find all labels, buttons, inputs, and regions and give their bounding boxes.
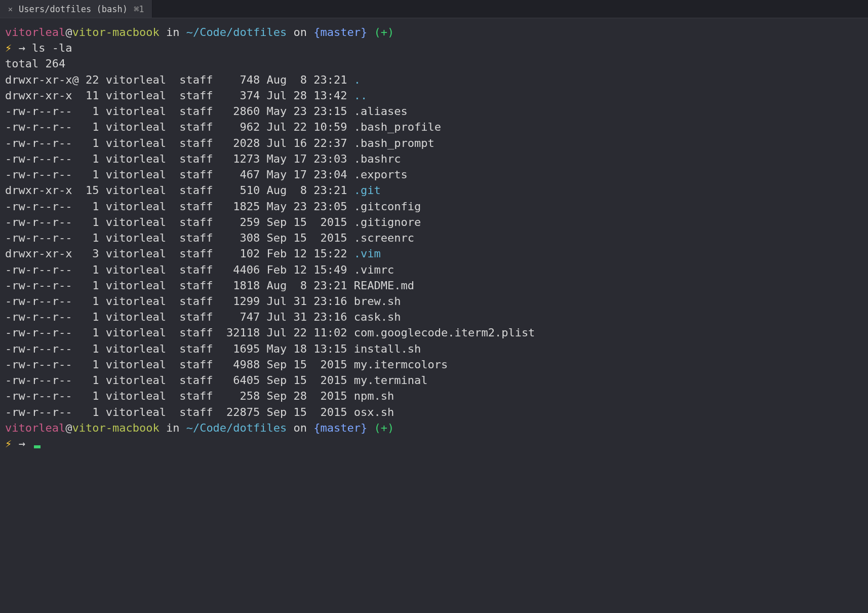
ls-row-name: osx.sh	[354, 406, 394, 418]
ls-row-meta: drwxr-xr-x@ 22 vitorleal staff 748 Aug 8…	[5, 73, 354, 86]
ls-row: drwxr-xr-x@ 22 vitorleal staff 748 Aug 8…	[5, 72, 863, 88]
ls-row-name: ..	[354, 89, 368, 102]
prompt-host: vitor-macbook	[72, 422, 159, 434]
ls-row: drwxr-xr-x 11 vitorleal staff 374 Jul 28…	[5, 88, 863, 103]
ls-row: -rw-r--r-- 1 vitorleal staff 1695 May 18…	[5, 341, 863, 357]
ls-row: -rw-r--r-- 1 vitorleal staff 962 Jul 22 …	[5, 119, 863, 135]
ls-row-meta: -rw-r--r-- 1 vitorleal staff 1825 May 23…	[5, 200, 354, 213]
ls-row: -rw-r--r-- 1 vitorleal staff 467 May 17 …	[5, 167, 863, 182]
ls-row: -rw-r--r-- 1 vitorleal staff 32118 Jul 2…	[5, 325, 863, 340]
ls-row-meta: -rw-r--r-- 1 vitorleal staff 467 May 17 …	[5, 168, 354, 181]
prompt-command: ls -la	[32, 42, 72, 54]
ls-row-name: .vimrc	[354, 263, 394, 276]
prompt-user: vitorleal	[5, 422, 65, 434]
ls-row-meta: -rw-r--r-- 1 vitorleal staff 32118 Jul 2…	[5, 326, 354, 339]
ls-row: drwxr-xr-x 15 vitorleal staff 510 Aug 8 …	[5, 182, 863, 198]
ls-row-meta: -rw-r--r-- 1 vitorleal staff 4988 Sep 15…	[5, 358, 354, 371]
ls-row: -rw-r--r-- 1 vitorleal staff 2860 May 23…	[5, 103, 863, 119]
ls-row-meta: drwxr-xr-x 3 vitorleal staff 102 Feb 12 …	[5, 247, 354, 260]
ls-row-name: .bash_prompt	[354, 137, 435, 149]
ls-row-meta: -rw-r--r-- 1 vitorleal staff 22875 Sep 1…	[5, 406, 354, 418]
ls-row: -rw-r--r-- 1 vitorleal staff 308 Sep 15 …	[5, 230, 863, 246]
ls-row-meta: -rw-r--r-- 1 vitorleal staff 1818 Aug 8 …	[5, 279, 354, 292]
ls-row-name: .aliases	[354, 105, 408, 118]
prompt-host: vitor-macbook	[72, 26, 159, 39]
ls-row-name: README.md	[354, 279, 414, 292]
prompt-branch: {master}	[313, 422, 367, 434]
ls-row-name: .bashrc	[354, 152, 401, 165]
prompt-path: ~/Code/dotfiles	[186, 26, 287, 39]
ls-row-name: com.googlecode.iterm2.plist	[354, 326, 535, 339]
cursor	[34, 445, 41, 448]
ls-row-name: cask.sh	[354, 311, 401, 323]
ls-row-name: my.terminal	[354, 374, 428, 387]
prompt-dirty: (+)	[374, 422, 394, 434]
ls-row: -rw-r--r-- 1 vitorleal staff 1825 May 23…	[5, 199, 863, 214]
ls-row: -rw-r--r-- 1 vitorleal staff 258 Sep 28 …	[5, 388, 863, 404]
ls-row-name: .gitconfig	[354, 200, 421, 213]
ls-row-meta: drwxr-xr-x 11 vitorleal staff 374 Jul 28…	[5, 89, 354, 102]
prompt-on: on	[287, 26, 313, 39]
ls-row-meta: -rw-r--r-- 1 vitorleal staff 6405 Sep 15…	[5, 374, 354, 387]
ls-row: -rw-r--r-- 1 vitorleal staff 22875 Sep 1…	[5, 404, 863, 420]
prompt-line-2: ⚡ → ls -la	[5, 40, 863, 56]
ls-row: -rw-r--r-- 1 vitorleal staff 259 Sep 15 …	[5, 214, 863, 230]
ls-row: -rw-r--r-- 1 vitorleal staff 4988 Sep 15…	[5, 357, 863, 372]
ls-row: -rw-r--r-- 1 vitorleal staff 4406 Feb 12…	[5, 262, 863, 278]
ls-row-meta: -rw-r--r-- 1 vitorleal staff 1273 May 17…	[5, 152, 354, 165]
prompt-user: vitorleal	[5, 26, 65, 39]
arrow-icon: →	[12, 42, 32, 54]
ls-row: -rw-r--r-- 1 vitorleal staff 1818 Aug 8 …	[5, 278, 863, 293]
prompt-line-1: vitorleal@vitor-macbook in ~/Code/dotfil…	[5, 24, 863, 40]
tab-label: Users/dotfiles (bash)	[19, 4, 128, 14]
ls-row-name: .	[354, 73, 361, 86]
ls-row-name: .gitignore	[354, 216, 421, 228]
prompt-at: @	[65, 26, 72, 39]
ls-row: -rw-r--r-- 1 vitorleal staff 747 Jul 31 …	[5, 309, 863, 325]
ls-row-meta: -rw-r--r-- 1 vitorleal staff 259 Sep 15 …	[5, 216, 354, 228]
terminal-area[interactable]: vitorleal@vitor-macbook in ~/Code/dotfil…	[0, 18, 868, 457]
ls-row: -rw-r--r-- 1 vitorleal staff 2028 Jul 16…	[5, 135, 863, 151]
ls-row-meta: -rw-r--r-- 1 vitorleal staff 1695 May 18…	[5, 342, 354, 355]
ls-row-name: install.sh	[354, 342, 421, 355]
ls-row-meta: -rw-r--r-- 1 vitorleal staff 4406 Feb 12…	[5, 263, 354, 276]
prompt-in: in	[160, 26, 186, 39]
ls-row-name: .vim	[354, 247, 381, 260]
ls-row-meta: -rw-r--r-- 1 vitorleal staff 1299 Jul 31…	[5, 295, 354, 308]
prompt-branch: {master}	[313, 26, 367, 39]
prompt-line-3: vitorleal@vitor-macbook in ~/Code/dotfil…	[5, 420, 863, 436]
ls-row-meta: -rw-r--r-- 1 vitorleal staff 747 Jul 31 …	[5, 311, 354, 323]
ls-row: -rw-r--r-- 1 vitorleal staff 1299 Jul 31…	[5, 293, 863, 309]
bolt-icon: ⚡	[5, 42, 12, 54]
arrow-icon: →	[12, 437, 32, 450]
ls-row: -rw-r--r-- 1 vitorleal staff 6405 Sep 15…	[5, 372, 863, 388]
ls-row-name: .bash_profile	[354, 121, 441, 133]
prompt-line-4: ⚡ →	[5, 436, 863, 451]
ls-row-meta: -rw-r--r-- 1 vitorleal staff 2860 May 23…	[5, 105, 354, 118]
tab-shortcut: ⌘1	[134, 4, 144, 14]
prompt-dirty: (+)	[374, 26, 394, 39]
ls-row-meta: -rw-r--r-- 1 vitorleal staff 258 Sep 28 …	[5, 390, 354, 402]
ls-row-meta: -rw-r--r-- 1 vitorleal staff 962 Jul 22 …	[5, 121, 354, 133]
ls-row-name: .screenrc	[354, 232, 414, 244]
ls-row-name: npm.sh	[354, 390, 394, 402]
bolt-icon: ⚡	[5, 437, 12, 450]
ls-row: drwxr-xr-x 3 vitorleal staff 102 Feb 12 …	[5, 246, 863, 261]
ls-row-meta: -rw-r--r-- 1 vitorleal staff 2028 Jul 16…	[5, 137, 354, 149]
close-icon[interactable]: ✕	[8, 5, 13, 14]
tab-dotfiles[interactable]: ✕ Users/dotfiles (bash) ⌘1	[0, 0, 152, 18]
ls-row-name: my.itermcolors	[354, 358, 448, 371]
total-line: total 264	[5, 56, 863, 71]
ls-row-meta: drwxr-xr-x 15 vitorleal staff 510 Aug 8 …	[5, 184, 354, 197]
ls-row-meta: -rw-r--r-- 1 vitorleal staff 308 Sep 15 …	[5, 232, 354, 244]
ls-row-name: .exports	[354, 168, 408, 181]
ls-row-name: brew.sh	[354, 295, 401, 308]
tab-bar: ✕ Users/dotfiles (bash) ⌘1	[0, 0, 868, 18]
prompt-path: ~/Code/dotfiles	[186, 422, 287, 434]
ls-row-name: .git	[354, 184, 381, 197]
ls-row: -rw-r--r-- 1 vitorleal staff 1273 May 17…	[5, 151, 863, 167]
